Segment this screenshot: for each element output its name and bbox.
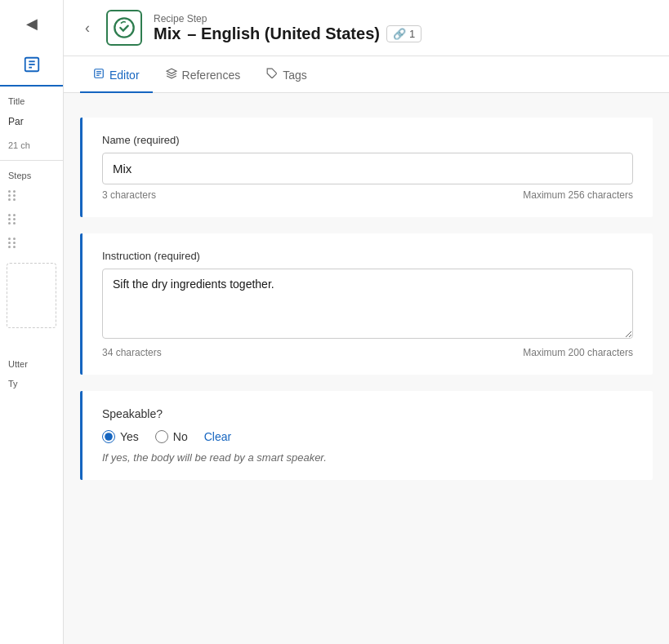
drop-zone [7, 263, 56, 328]
instruction-section: Instruction (required) Sift the dry ingr… [80, 233, 653, 375]
sidebar-back-button[interactable]: ◀ [0, 8, 63, 39]
header-subtitle: Recipe Step [154, 13, 421, 24]
step-item-2[interactable] [0, 207, 63, 231]
references-tab-icon [166, 68, 177, 82]
name-char-max: Maximum 256 characters [523, 189, 633, 201]
name-input[interactable] [102, 153, 633, 184]
main-panel: ‹ Recipe Step Mix – English (United Stat… [64, 0, 669, 644]
speakable-radio-group: Yes No Clear [102, 430, 633, 443]
drag-handle-3 [8, 238, 16, 248]
chevron-left-icon: ◀ [26, 15, 38, 33]
header-title: Mix – English (United States) 🔗 1 [154, 24, 421, 43]
svg-marker-8 [167, 69, 176, 73]
speakable-clear-button[interactable]: Clear [204, 430, 231, 443]
link-icon: 🔗 [393, 28, 406, 40]
instruction-label: Instruction (required) [102, 250, 633, 262]
tab-references-label: References [182, 69, 241, 82]
speakable-hint: If yes, the body will be read by a smart… [102, 451, 633, 464]
instruction-textarea[interactable]: Sift the dry ingredients together. [102, 269, 633, 339]
char-count: 21 ch [0, 134, 63, 157]
instruction-char-max: Maximum 200 characters [523, 347, 633, 358]
link-count: 1 [409, 28, 415, 40]
drag-handle-2 [8, 214, 16, 224]
speakable-label: Speakable? [102, 407, 633, 420]
instruction-char-count-row: 34 characters Maximum 200 characters [102, 347, 633, 358]
steps-label: Steps [0, 164, 63, 184]
speakable-yes-radio[interactable] [102, 430, 115, 443]
left-panel: ◀ Title Par 21 ch Steps [0, 0, 64, 644]
tags-tab-icon [266, 68, 278, 82]
tab-tags-label: Tags [283, 69, 307, 82]
name-char-count: 3 characters [102, 189, 156, 201]
drag-handle-1 [8, 190, 16, 201]
link-badge[interactable]: 🔗 1 [386, 25, 421, 42]
tab-tags[interactable]: Tags [253, 56, 320, 93]
speakable-no-label: No [173, 430, 188, 443]
speakable-no-radio[interactable] [155, 430, 168, 443]
speakable-yes-option[interactable]: Yes [102, 430, 139, 443]
tab-references[interactable]: References [153, 56, 254, 93]
sidebar-page-icon [0, 47, 63, 82]
name-label: Name (required) [102, 134, 633, 146]
tab-editor[interactable]: Editor [80, 56, 153, 93]
header: ‹ Recipe Step Mix – English (United Stat… [64, 0, 669, 56]
back-arrow-icon: ‹ [85, 20, 90, 36]
instruction-char-count: 34 characters [102, 347, 162, 358]
tab-bar: Editor References Tags [64, 56, 669, 93]
step-item-3[interactable] [0, 231, 63, 255]
speakable-no-option[interactable]: No [155, 430, 188, 443]
form-content: Name (required) 3 characters Maximum 256… [64, 93, 669, 644]
speakable-section: Speakable? Yes No Clear If yes, the body… [80, 391, 653, 480]
type-label: Ty [0, 372, 63, 392]
name-char-count-row: 3 characters Maximum 256 characters [102, 189, 633, 201]
header-back-button[interactable]: ‹ [80, 18, 95, 38]
step-item-1[interactable] [0, 184, 63, 207]
recipe-step-icon [106, 10, 142, 46]
speakable-yes-label: Yes [120, 430, 139, 443]
title-label: Title [0, 90, 63, 109]
header-title-rest: – English (United States) [187, 24, 380, 43]
name-section: Name (required) 3 characters Maximum 256… [80, 118, 653, 217]
header-text: Recipe Step Mix – English (United States… [154, 13, 421, 43]
header-title-bold: Mix [154, 24, 181, 43]
title-value: Par [0, 109, 63, 134]
tab-editor-label: Editor [109, 69, 140, 82]
editor-tab-icon [93, 68, 105, 82]
utter-label: Utter [0, 353, 63, 372]
